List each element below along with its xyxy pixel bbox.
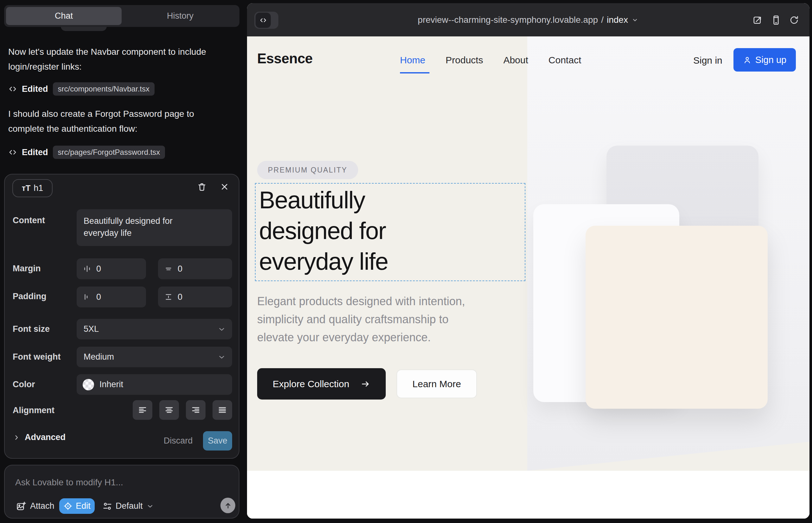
color-picker[interactable]: Inherit bbox=[77, 374, 232, 395]
arrow-right-icon bbox=[361, 379, 370, 389]
color-swatch-transparent bbox=[83, 379, 94, 390]
padding-x-input[interactable]: 0 bbox=[77, 287, 146, 307]
selected-element-pill: тT h1 bbox=[12, 179, 53, 197]
chevron-down-icon bbox=[217, 325, 226, 333]
margin-horizontal-icon bbox=[83, 265, 91, 273]
advanced-toggle[interactable]: Advanced bbox=[13, 432, 66, 442]
code-icon bbox=[8, 85, 17, 93]
url-bar[interactable]: preview--charming-site-symphony.lovable.… bbox=[247, 3, 810, 36]
sliders-icon bbox=[103, 502, 112, 511]
decorative-card-beige bbox=[586, 226, 768, 409]
site-logo[interactable]: Essence bbox=[257, 51, 313, 67]
browser-preview-window: preview--charming-site-symphony.lovable.… bbox=[247, 3, 810, 519]
edited-label: Edited bbox=[22, 84, 48, 94]
active-nav-underline bbox=[400, 72, 429, 73]
chevron-down-icon bbox=[217, 353, 226, 361]
hero-description: Elegant products designed with intention… bbox=[257, 292, 465, 346]
nav-link-home[interactable]: Home bbox=[400, 55, 425, 66]
font-weight-select[interactable]: Medium bbox=[77, 347, 232, 367]
discard-button[interactable]: Discard bbox=[161, 431, 195, 451]
close-panel-button[interactable] bbox=[217, 180, 232, 194]
sign-up-button[interactable]: Sign up bbox=[734, 48, 796, 72]
tab-history[interactable]: History bbox=[123, 7, 237, 25]
align-center-button[interactable] bbox=[159, 400, 179, 420]
padding-vertical-icon bbox=[164, 293, 173, 301]
nav-link-about[interactable]: About bbox=[503, 55, 528, 66]
padding-horizontal-icon bbox=[83, 293, 91, 301]
save-button[interactable]: Save bbox=[203, 431, 232, 451]
margin-vertical-icon bbox=[164, 265, 173, 273]
edited-file-row: Edited src/components/Navbar.tsx bbox=[8, 82, 155, 96]
mode-selector[interactable]: Default bbox=[101, 498, 156, 514]
code-preview-toggle[interactable] bbox=[254, 12, 278, 29]
align-right-button[interactable] bbox=[186, 400, 206, 420]
refresh-icon bbox=[789, 15, 799, 25]
align-left-button[interactable] bbox=[133, 400, 152, 420]
smartphone-icon bbox=[771, 15, 781, 25]
font-size-label: Font size bbox=[13, 324, 50, 334]
element-tag: h1 bbox=[34, 183, 43, 193]
color-label: Color bbox=[13, 380, 35, 390]
external-link-icon bbox=[753, 15, 763, 25]
open-external-button[interactable] bbox=[752, 14, 763, 26]
file-chip[interactable]: src/pages/ForgotPassword.tsx bbox=[53, 146, 165, 159]
code-icon bbox=[8, 148, 17, 157]
attach-button[interactable]: Attach bbox=[14, 498, 56, 514]
alignment-label: Alignment bbox=[13, 405, 54, 415]
chevron-right-icon bbox=[13, 434, 20, 441]
edit-mode-button[interactable]: Edit bbox=[59, 498, 95, 514]
padding-y-input[interactable]: 0 bbox=[158, 287, 232, 307]
learn-more-button[interactable]: Learn More bbox=[396, 369, 477, 398]
type-icon: тT bbox=[22, 184, 31, 193]
site-content: Essence Home Products About Contact Sign… bbox=[247, 36, 810, 519]
padding-label: Padding bbox=[13, 292, 47, 301]
align-justify-button[interactable] bbox=[212, 400, 232, 420]
hero-badge: PREMIUM QUALITY bbox=[257, 161, 358, 179]
url-separator: / bbox=[601, 15, 604, 25]
delete-element-button[interactable] bbox=[194, 180, 209, 194]
arrow-up-icon bbox=[224, 502, 232, 510]
chevron-down-icon bbox=[146, 502, 154, 510]
prompt-input[interactable]: Ask Lovable to modify H1... bbox=[15, 477, 123, 488]
url-domain: preview--charming-site-symphony.lovable.… bbox=[418, 15, 598, 25]
edited-label: Edited bbox=[22, 147, 48, 157]
target-icon bbox=[63, 502, 72, 511]
font-size-select[interactable]: 5XL bbox=[77, 319, 232, 339]
code-icon bbox=[255, 13, 271, 28]
nav-link-products[interactable]: Products bbox=[446, 55, 483, 66]
element-editor-panel: тT h1 Content Beautifully designed for e… bbox=[4, 174, 240, 459]
file-chip[interactable]: src/components/Navbar.tsx bbox=[53, 82, 155, 96]
chevron-down-icon[interactable] bbox=[631, 16, 639, 24]
chat-message: I should also create a Forgot Password p… bbox=[8, 106, 219, 136]
content-label: Content bbox=[13, 216, 45, 226]
app-root: ·· Chat History Now let's update the Nav… bbox=[0, 0, 812, 523]
explore-collection-button[interactable]: Explore Collection bbox=[257, 368, 386, 399]
margin-label: Margin bbox=[13, 264, 41, 273]
margin-x-input[interactable]: 0 bbox=[77, 258, 146, 279]
sidebar-tab-bar: Chat History bbox=[4, 5, 240, 27]
margin-y-input[interactable]: 0 bbox=[158, 258, 232, 279]
edited-file-row: Edited src/pages/ForgotPassword.tsx bbox=[8, 145, 165, 160]
person-icon bbox=[743, 56, 752, 64]
url-page: index bbox=[607, 15, 628, 25]
browser-chrome-bar: preview--charming-site-symphony.lovable.… bbox=[247, 3, 810, 36]
chat-message: Now let's update the Navbar component to… bbox=[8, 44, 214, 74]
nav-link-contact[interactable]: Contact bbox=[548, 55, 581, 66]
tab-chat[interactable]: Chat bbox=[6, 7, 122, 25]
send-button[interactable] bbox=[220, 498, 235, 513]
prompt-box: Ask Lovable to modify H1... Attach Edit … bbox=[4, 465, 240, 519]
section-below-hero bbox=[247, 471, 810, 519]
mobile-view-button[interactable] bbox=[770, 14, 782, 26]
refresh-button[interactable] bbox=[788, 14, 800, 26]
font-weight-label: Font weight bbox=[13, 352, 60, 362]
hero-heading[interactable]: Beautifully designed for everyday life bbox=[259, 184, 388, 277]
content-input[interactable]: Beautifully designed for everyday life bbox=[77, 209, 232, 246]
sign-in-button[interactable]: Sign in bbox=[691, 55, 724, 66]
site-nav: Home Products About Contact bbox=[400, 55, 581, 66]
image-plus-icon bbox=[16, 501, 26, 511]
